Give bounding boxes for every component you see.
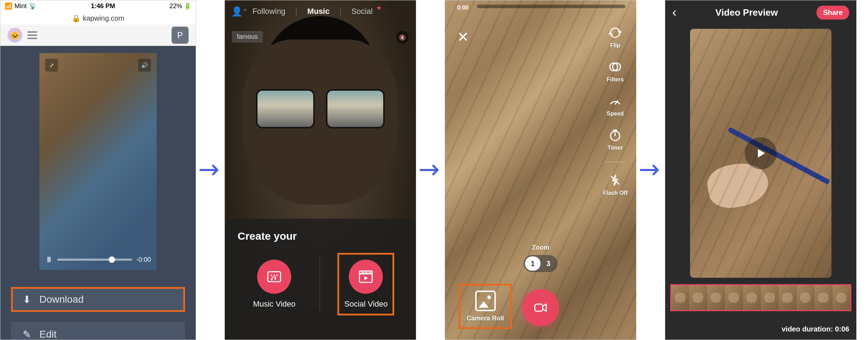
record-progress (477, 5, 625, 8)
preview-header: ‹ Video Preview Share (665, 0, 856, 25)
signal-icon: 📶 (5, 2, 12, 10)
speed-icon (608, 94, 623, 108)
zoom-toggle[interactable]: 1 3 (523, 255, 558, 272)
triller-feed-screen: 👤⁺ Following | Music | Social ★ famous 🔇… (224, 0, 416, 340)
speed-button[interactable]: Speed (607, 94, 624, 117)
status-bar: 📶 Mint 📡 1:46 PM 22% 🔋 (0, 0, 196, 12)
svg-point-3 (276, 275, 278, 276)
timeline-frame[interactable] (761, 285, 779, 310)
pencil-icon: ✎ (23, 329, 31, 340)
social-video-label: Social Video (344, 299, 387, 309)
video-player[interactable]: ⤢ 🔊 ⏸ -0:00 (39, 53, 157, 270)
zoom-label: Zoom (532, 244, 549, 251)
download-button[interactable]: ⬇ Download (11, 287, 185, 312)
page-title: Video Preview (715, 7, 778, 18)
zoom-control: Zoom 1 3 (523, 244, 558, 272)
filters-button[interactable]: Filters (607, 59, 624, 83)
carrier-label: Mint (15, 2, 27, 10)
zoom-1x[interactable]: 1 (525, 256, 541, 271)
timeline-frame[interactable] (797, 285, 814, 310)
share-button[interactable]: Share (817, 6, 849, 20)
edit-button[interactable]: ✎ Edit (11, 322, 185, 340)
top-tabs: 👤⁺ Following | Music | Social ★ (225, 7, 416, 16)
kapwing-screen: 📶 Mint 📡 1:46 PM 22% 🔋 🔒 kapwing.com 🐱 P… (0, 0, 196, 340)
camera-tools: Flip Filters Speed Timer Flash Off (603, 25, 628, 196)
download-label: Download (39, 294, 84, 305)
record-button[interactable] (522, 289, 559, 326)
filters-icon (608, 59, 623, 74)
add-person-icon[interactable]: 👤⁺ (231, 6, 248, 17)
zoom-3x[interactable]: 3 (541, 256, 556, 271)
timer-icon (608, 128, 623, 143)
app-header: 🐱 P (0, 25, 196, 46)
camera-roll-label: Camera Roll (467, 315, 504, 322)
battery-icon: 🔋 (184, 2, 191, 10)
timeline-frame[interactable] (689, 285, 707, 310)
profile-button[interactable]: P (172, 27, 189, 44)
video-camera-icon (532, 299, 549, 316)
sheet-title: Create your (238, 230, 403, 242)
svg-rect-18 (535, 304, 543, 311)
tab-music[interactable]: Music (307, 7, 329, 16)
flip-icon (608, 25, 623, 40)
timeline-strip[interactable] (670, 284, 851, 311)
back-icon[interactable]: ‹ (672, 5, 677, 20)
address-bar[interactable]: 🔒 kapwing.com (0, 12, 196, 25)
hamburger-icon[interactable] (27, 31, 37, 39)
camera-screen: 0:00 ✕ Flip Filters Speed Timer Flash Of… (445, 0, 636, 340)
flash-off-icon (608, 173, 623, 188)
timeline-frame[interactable] (779, 285, 796, 310)
timeline-frame[interactable] (671, 285, 689, 310)
divider (605, 162, 625, 162)
preview-video[interactable] (690, 29, 831, 278)
star-icon: ★ (376, 4, 382, 12)
timeline-frame[interactable] (814, 285, 832, 310)
social-video-option[interactable]: Social Video (337, 253, 394, 315)
tag-badge[interactable]: famous (232, 31, 263, 43)
svg-point-2 (273, 275, 275, 276)
film-music-icon (257, 260, 291, 294)
svg-point-4 (271, 279, 273, 281)
flip-button[interactable]: Flip (608, 25, 623, 49)
pause-icon[interactable]: ⏸ (45, 255, 53, 264)
edit-label: Edit (39, 329, 56, 340)
flow-arrow (196, 0, 224, 340)
timeline-frame[interactable] (743, 285, 761, 310)
camera-roll-button[interactable]: Camera Roll (459, 284, 512, 329)
clapper-play-icon (349, 260, 383, 294)
battery-percent: 22% (169, 2, 182, 10)
timeline-frame[interactable] (832, 285, 850, 310)
divider (320, 257, 320, 311)
url-text: kapwing.com (83, 14, 124, 22)
volume-icon[interactable]: 🔊 (138, 59, 151, 71)
flow-arrow (636, 0, 665, 340)
close-icon[interactable]: ✕ (457, 29, 469, 45)
seek-knob[interactable] (109, 256, 115, 263)
duration-label: video duration: 0:06 (782, 325, 849, 333)
flow-arrow (416, 0, 445, 340)
tab-following[interactable]: Following (253, 7, 286, 16)
record-time: 0:00 (457, 5, 468, 11)
flash-button[interactable]: Flash Off (603, 173, 628, 196)
clock: 1:46 PM (91, 2, 115, 10)
play-icon[interactable] (745, 137, 777, 169)
mute-icon[interactable]: 🔇 (396, 31, 409, 44)
timeline-frame[interactable] (707, 285, 725, 310)
timer-button[interactable]: Timer (608, 128, 623, 151)
download-icon: ⬇ (23, 294, 31, 306)
image-icon (475, 291, 496, 311)
svg-point-1 (271, 275, 272, 276)
seek-bar[interactable] (57, 259, 132, 261)
expand-icon[interactable]: ⤢ (45, 59, 58, 71)
timeline-frame[interactable] (725, 285, 743, 310)
avatar[interactable]: 🐱 (7, 28, 22, 43)
time-remaining: -0:00 (136, 256, 151, 264)
svg-point-5 (275, 278, 276, 280)
lock-icon: 🔒 (72, 14, 81, 22)
create-sheet: Create your Music Video Social Video (225, 219, 416, 340)
wifi-icon: 📡 (29, 2, 37, 10)
music-video-label: Music Video (253, 299, 295, 309)
video-preview-screen: ‹ Video Preview Share video duration: 0:… (665, 0, 857, 340)
music-video-option[interactable]: Music Video (246, 253, 302, 315)
tab-social[interactable]: Social (351, 7, 373, 16)
